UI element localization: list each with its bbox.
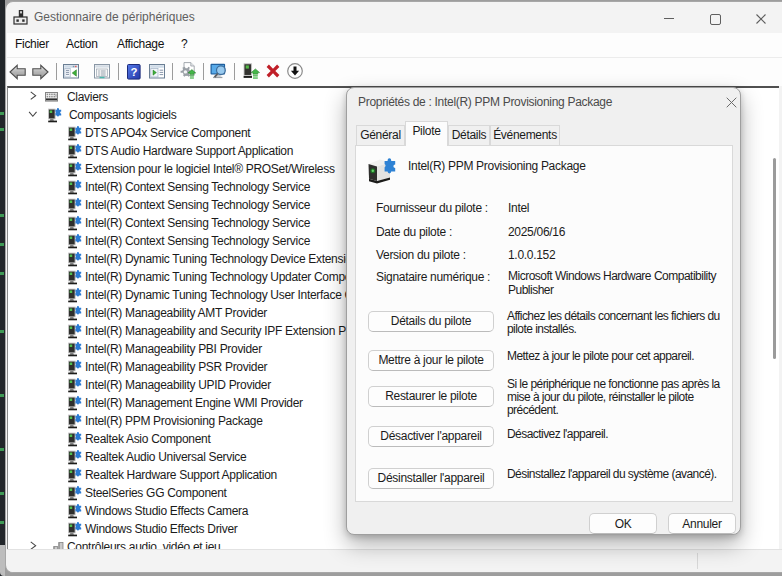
svg-text:?: ? (130, 66, 137, 78)
